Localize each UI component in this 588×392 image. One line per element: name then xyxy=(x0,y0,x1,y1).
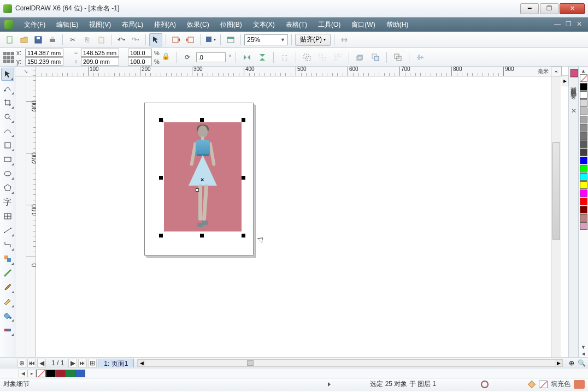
resize-handle-bl[interactable] xyxy=(159,234,163,237)
mdi-minimize-button[interactable]: — xyxy=(553,21,562,28)
menu-text[interactable]: 文本(X) xyxy=(248,19,280,31)
doc-no-color-swatch[interactable] xyxy=(36,370,46,377)
color-swatch[interactable] xyxy=(580,173,587,181)
menu-table[interactable]: 表格(T) xyxy=(280,19,313,31)
doc-color-swatch[interactable] xyxy=(75,370,85,377)
ruler-vertical[interactable]: 3002001000 xyxy=(26,76,36,357)
polygon-tool[interactable] xyxy=(1,181,14,194)
redo-button[interactable]: ↷▾ xyxy=(129,33,142,46)
menu-file[interactable]: 文件(F) xyxy=(19,19,51,31)
convert-curves-button[interactable] xyxy=(391,51,404,64)
export-button[interactable] xyxy=(184,33,197,46)
x-position-input[interactable] xyxy=(25,49,63,57)
color-swatch[interactable] xyxy=(580,198,587,205)
palette-expand-button[interactable]: ◄ xyxy=(580,351,587,357)
selection-pivot-icon[interactable] xyxy=(196,188,199,192)
zoom-tool[interactable] xyxy=(1,110,14,123)
doc-color-swatch[interactable] xyxy=(66,370,75,377)
resize-handle-ml[interactable] xyxy=(159,176,163,180)
palette-down-button[interactable]: ▼ xyxy=(580,344,587,351)
menu-tools[interactable]: 工具(O) xyxy=(313,19,346,31)
scroll-left-button[interactable]: ◀ xyxy=(138,360,145,366)
crop-tool[interactable] xyxy=(1,96,14,109)
doc-palette-menu-button[interactable]: ▸ xyxy=(27,370,36,377)
ruler-horizontal[interactable]: 毫米 100200300400500600700800900 xyxy=(36,67,551,76)
dimension-tool[interactable] xyxy=(1,224,14,237)
canvas[interactable]: × xyxy=(36,76,551,357)
scrollbar-thumb[interactable] xyxy=(552,142,560,240)
navigator-button[interactable]: 🔍 xyxy=(577,359,586,367)
connector-tool[interactable] xyxy=(1,238,14,251)
fill-tool[interactable] xyxy=(1,309,14,322)
no-color-swatch[interactable] xyxy=(580,74,587,82)
scroll-right-button[interactable]: ▶ xyxy=(555,360,562,366)
app-launcher-button[interactable]: ▾ xyxy=(204,33,217,46)
maximize-button[interactable]: ❐ xyxy=(540,3,558,14)
color-swatch[interactable] xyxy=(580,83,587,91)
menu-bitmaps[interactable]: 位图(B) xyxy=(215,19,248,31)
color-swatch[interactable] xyxy=(580,116,587,123)
resize-handle-tm[interactable] xyxy=(200,118,204,122)
page-prev-button[interactable]: ◀ xyxy=(37,359,46,367)
lock-ratio-button[interactable]: 🔒 xyxy=(162,52,172,62)
minimize-button[interactable]: ━ xyxy=(520,3,539,14)
docker-close-button[interactable]: ✕ xyxy=(571,107,577,115)
smart-fill-tool[interactable] xyxy=(1,139,14,152)
shape-tool[interactable] xyxy=(1,82,14,95)
copy-button[interactable]: ⎘ xyxy=(80,33,93,46)
open-button[interactable] xyxy=(17,33,31,46)
undo-button[interactable]: ↶▾ xyxy=(115,33,128,46)
resize-handle-tr[interactable] xyxy=(242,118,245,122)
scrollbar-thumb[interactable] xyxy=(247,360,254,366)
record-icon[interactable] xyxy=(481,381,489,388)
transparency-tool[interactable] xyxy=(1,266,14,280)
resize-handle-bm[interactable] xyxy=(200,234,204,237)
page-last-button[interactable]: ⏭ xyxy=(78,359,87,367)
ruler-nav-button[interactable]: « xyxy=(551,67,562,76)
status-expand-icon[interactable] xyxy=(328,382,331,387)
menu-edit[interactable]: 编辑(E) xyxy=(51,19,84,31)
y-position-input[interactable] xyxy=(25,57,63,66)
mdi-close-button[interactable]: ✕ xyxy=(575,21,584,28)
mirror-h-button[interactable] xyxy=(240,51,254,64)
user-avatar-icon[interactable] xyxy=(574,380,585,389)
horizontal-scrollbar[interactable]: ◀ ▶ xyxy=(137,359,563,367)
color-swatch[interactable] xyxy=(580,206,587,213)
close-button[interactable]: ✕ xyxy=(560,3,585,14)
zoom-all-button[interactable]: ⊕ xyxy=(567,359,576,367)
text-tool[interactable]: 字 xyxy=(1,195,14,209)
color-swatch[interactable] xyxy=(580,140,587,148)
color-swatch[interactable] xyxy=(580,181,587,189)
color-swatch[interactable] xyxy=(580,222,587,230)
menu-window[interactable]: 窗口(W) xyxy=(346,19,380,31)
new-button[interactable] xyxy=(3,33,16,46)
print-button[interactable] xyxy=(46,33,59,46)
page-first-button[interactable]: ⏮ xyxy=(27,359,36,367)
docker-collapse-button[interactable]: « xyxy=(572,94,575,102)
width-input[interactable] xyxy=(81,49,119,57)
color-swatch[interactable] xyxy=(580,99,587,107)
palette-up-button[interactable]: ▲ xyxy=(580,68,587,74)
freehand-tool[interactable] xyxy=(1,124,14,138)
color-swatch[interactable] xyxy=(580,214,587,222)
menu-help[interactable]: 帮助(H) xyxy=(381,19,414,31)
eyedropper-tool[interactable] xyxy=(1,281,14,294)
paste-button[interactable]: 📋 xyxy=(95,33,108,46)
zoom-select[interactable]: 25% ▼ xyxy=(244,34,288,45)
scale-y-input[interactable] xyxy=(128,57,152,66)
height-input[interactable] xyxy=(81,57,119,66)
options-button[interactable] xyxy=(338,33,351,46)
color-swatch[interactable] xyxy=(580,91,587,99)
no-fill-icon[interactable] xyxy=(539,381,548,388)
page-plus-button[interactable]: ⊕ xyxy=(17,359,26,367)
mdi-restore-button[interactable]: ❐ xyxy=(564,21,573,28)
color-swatch[interactable] xyxy=(580,165,587,173)
rotation-input[interactable] xyxy=(196,52,226,62)
color-swatch[interactable] xyxy=(580,124,587,132)
page-add-button[interactable]: ⊞ xyxy=(88,359,97,367)
save-button[interactable] xyxy=(32,33,45,46)
origin-grid-icon[interactable] xyxy=(3,52,14,63)
mirror-v-button[interactable] xyxy=(256,51,269,64)
ungroup-all-button[interactable] xyxy=(331,51,344,64)
ungroup-button[interactable]: ⬚ xyxy=(278,51,291,64)
